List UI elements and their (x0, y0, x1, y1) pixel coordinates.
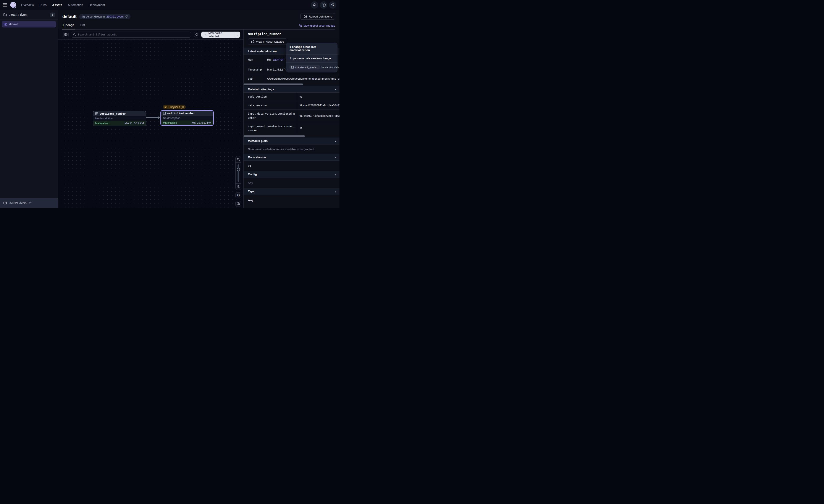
settings-button[interactable] (329, 1, 336, 9)
reload-definitions-button[interactable]: Reload definitions (300, 13, 335, 20)
path-link[interactable]: /Users/smackesey/stm/code/elementl/exper… (267, 77, 340, 80)
hamburger-menu-icon[interactable] (3, 3, 7, 6)
external-link-icon (251, 40, 254, 43)
refresh-graph-button[interactable] (194, 32, 199, 37)
materialize-selected-split-button: Materialize selected (201, 31, 240, 38)
nav-item-runs[interactable]: Runs (39, 3, 46, 7)
gear-icon (331, 3, 334, 7)
tab-lineage[interactable]: Lineage (62, 22, 75, 29)
graph-settings-button[interactable] (235, 192, 241, 198)
asset-detail-title: multiplied_number (248, 32, 335, 36)
metadata-plots-empty-text: No numeric metadata entries available to… (243, 144, 339, 154)
graph-unsynced-badge[interactable]: Unsynced (1) (163, 105, 186, 109)
section-label: Code Version (248, 155, 266, 159)
asset-node-versioned-number[interactable]: versioned_number No description Material… (93, 111, 146, 126)
section-label: Metadata plots (248, 139, 268, 143)
section-metadata-plots[interactable]: Metadata plots (243, 138, 339, 144)
table-row: code_version v1 (243, 93, 339, 101)
asset-node-multiplied-number[interactable]: multiplied_number No description Materia… (161, 110, 214, 126)
asset-node-status: Materialized (95, 122, 109, 125)
table-icon (95, 112, 98, 115)
tag-key: input_event_pointer/versioned_number (243, 122, 297, 135)
section-code-version[interactable]: Code Version (243, 154, 339, 161)
section-config[interactable]: Config (243, 171, 339, 178)
download-icon (237, 202, 240, 206)
asset-detail-panel: multiplied_number View in Asset Catalog … (243, 30, 339, 208)
nav-item-overview[interactable]: Overview (21, 3, 34, 7)
chevron-down-icon (335, 172, 336, 176)
dagster-logo-icon[interactable] (9, 1, 17, 9)
section-type[interactable]: Type (243, 188, 339, 195)
tag-key: input_data_version/versioned_number (243, 110, 297, 122)
chevron-down-icon (335, 190, 336, 194)
asset-node-title: versioned_number (100, 112, 125, 115)
horizontal-scrollbar[interactable] (243, 135, 305, 137)
change-tooltip: 1 change since last materialization 1 up… (286, 43, 337, 73)
materialize-dropdown-button[interactable] (235, 31, 240, 38)
gear-icon (237, 194, 240, 197)
nav-item-assets[interactable]: Assets (52, 3, 62, 7)
zoom-in-button[interactable] (235, 156, 241, 162)
asset-group-badge-link[interactable]: 250321-dvers (107, 15, 124, 18)
tooltip-asset-name: versioned_number (295, 66, 318, 69)
tooltip-asset-pill[interactable]: versioned_number (290, 65, 320, 70)
row-key: Timestamp (243, 65, 264, 75)
materialize-selected-button[interactable]: Materialize selected (201, 31, 235, 38)
section-label: Type (248, 190, 254, 193)
tag-key: code_version (243, 93, 297, 101)
run-id-link[interactable]: a5347ef7 (273, 58, 285, 61)
nav-item-deployment[interactable]: Deployment (89, 3, 105, 7)
config-value: Any (243, 178, 339, 188)
refresh-icon[interactable] (125, 15, 128, 18)
tab-list[interactable]: List (80, 22, 86, 29)
main-nav: Overview Runs Assets Automation Deployme… (21, 3, 105, 7)
sidebar-group-name: 250321-dvers (9, 13, 47, 16)
asset-group-badge-text: Asset Group in (86, 15, 105, 18)
reload-definitions-label: Reload definitions (309, 15, 332, 18)
chevron-down-icon (335, 87, 336, 91)
asset-groups-sidebar: 250321-dvers 1 default 250321-dvers (0, 10, 58, 208)
toggle-panel-button[interactable] (63, 32, 69, 37)
lineage-icon (299, 24, 302, 27)
sidebar-item-default[interactable]: default (2, 21, 56, 27)
asset-node-timestamp: Mar 21, 5:19 PM (124, 122, 144, 125)
zoom-slider[interactable] (235, 163, 241, 183)
graph-toolbar: Materialize selected (58, 30, 243, 39)
zoom-slider-knob[interactable] (237, 168, 240, 171)
tooltip-message: has a new data version (321, 66, 339, 69)
nav-item-automation[interactable]: Automation (68, 3, 83, 7)
search-button[interactable] (311, 1, 318, 9)
refresh-icon (195, 33, 198, 36)
page-header: default Asset Group in 250321-dvers Relo… (58, 10, 339, 30)
search-icon (73, 33, 76, 36)
graph-zoom-controls (235, 156, 241, 207)
lineage-edge-arrow (146, 115, 161, 120)
panel-expand-icon (64, 33, 68, 36)
sidebar-list: default (0, 19, 58, 198)
tooltip-subtitle: 1 upstream data version change (286, 54, 337, 62)
zoom-out-button[interactable] (235, 183, 241, 190)
type-value: Any (243, 195, 339, 206)
lineage-graph-canvas[interactable]: Unsynced (1) versioned_numb (58, 39, 243, 208)
view-in-asset-catalog-button[interactable]: View in Asset Catalog (248, 38, 287, 45)
view-in-asset-catalog-label: View in Asset Catalog (256, 40, 284, 43)
horizontal-scrollbar[interactable] (243, 84, 303, 85)
section-materialization-tags[interactable]: Materialization tags (243, 86, 339, 93)
search-input[interactable] (78, 33, 189, 36)
table-icon (163, 112, 166, 115)
sidebar-footer[interactable]: 250321-dvers (0, 198, 58, 208)
view-global-asset-lineage-label: View global asset lineage (304, 24, 335, 27)
row-key: Run (243, 54, 264, 65)
code-version-value: v1 (243, 161, 339, 171)
top-nav: Overview Runs Assets Automation Deployme… (0, 0, 339, 10)
section-label: Latest materialization (248, 49, 277, 53)
help-button[interactable] (320, 1, 327, 9)
download-image-button[interactable] (235, 201, 241, 207)
tag-value: f6ccba1776380941e9cd1ea66481d (297, 101, 339, 110)
tag-value: 11 (297, 122, 339, 135)
asset-node-description: No description (161, 116, 213, 120)
view-global-asset-lineage-link[interactable]: View global asset lineage (299, 24, 335, 29)
refresh-icon[interactable] (28, 202, 32, 205)
sidebar-group-header[interactable]: 250321-dvers 1 (0, 10, 58, 19)
app-window: Overview Runs Assets Automation Deployme… (0, 0, 339, 208)
